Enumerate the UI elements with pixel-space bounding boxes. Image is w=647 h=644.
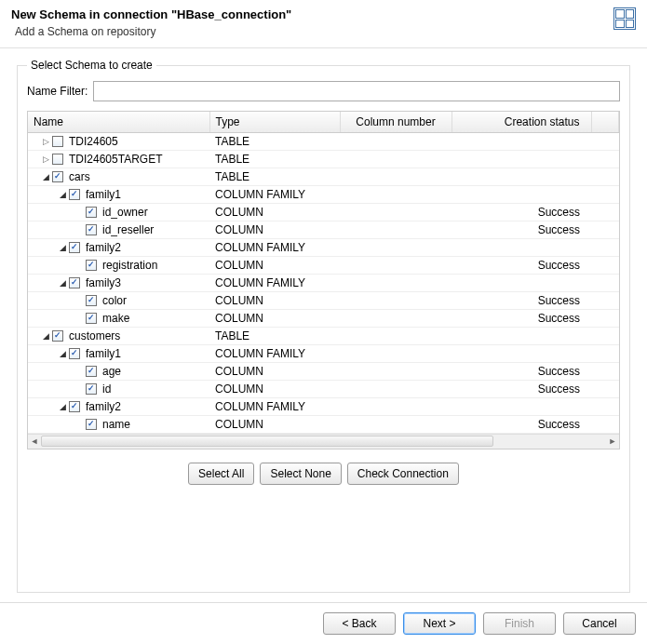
row-name: registration xyxy=(102,259,157,272)
row-name: id_owner xyxy=(102,206,148,219)
chevron-down-icon[interactable]: ◢ xyxy=(58,349,67,358)
chevron-down-icon[interactable]: ◢ xyxy=(41,172,50,181)
table-row[interactable]: ▷TDI24605TABLE xyxy=(28,132,619,150)
table-row[interactable]: id_ownerCOLUMNSuccess xyxy=(28,203,619,221)
scroll-right-icon[interactable]: ► xyxy=(606,436,619,446)
row-type: COLUMN xyxy=(209,415,340,433)
chevron-down-icon[interactable]: ◢ xyxy=(41,331,50,341)
table-row[interactable]: ◢family1COLUMN FAMILY xyxy=(28,344,619,362)
col-name[interactable]: Name xyxy=(28,112,209,132)
row-checkbox[interactable] xyxy=(69,242,80,253)
cancel-button[interactable]: Cancel xyxy=(563,612,636,635)
chevron-down-icon[interactable]: ◢ xyxy=(58,190,67,199)
table-row[interactable]: registrationCOLUMNSuccess xyxy=(28,256,619,274)
row-type: COLUMN xyxy=(209,203,340,221)
col-colnum[interactable]: Column number xyxy=(340,112,452,132)
table-row[interactable]: ◢customersTABLE xyxy=(28,327,619,344)
back-button[interactable]: < Back xyxy=(323,612,396,635)
row-status: Success xyxy=(452,291,591,309)
row-name: TDI24605TARGET xyxy=(69,153,162,166)
table-row[interactable]: idCOLUMNSuccess xyxy=(28,380,619,397)
table-row[interactable]: colorCOLUMNSuccess xyxy=(28,291,619,309)
row-type: COLUMN FAMILY xyxy=(209,344,340,362)
row-checkbox[interactable] xyxy=(86,207,97,218)
table-row[interactable]: makeCOLUMNSuccess xyxy=(28,309,619,327)
row-checkbox[interactable] xyxy=(52,330,63,342)
row-status: Success xyxy=(452,415,591,433)
check-connection-button[interactable]: Check Connection xyxy=(347,463,459,485)
header-text: New Schema in connection "HBase_connecti… xyxy=(11,7,613,38)
row-checkbox[interactable] xyxy=(86,313,97,324)
row-checkbox[interactable] xyxy=(69,277,80,288)
row-status: Success xyxy=(452,256,591,274)
page-subtitle: Add a Schema on repository xyxy=(11,25,613,38)
chevron-down-icon[interactable]: ◢ xyxy=(58,402,67,411)
row-type: COLUMN xyxy=(209,221,340,238)
action-buttons: Select All Select None Check Connection xyxy=(27,449,620,498)
col-spacer xyxy=(591,112,619,132)
row-colnum xyxy=(340,415,452,433)
row-colnum xyxy=(340,185,452,203)
row-checkbox[interactable] xyxy=(86,366,97,377)
row-checkbox[interactable] xyxy=(86,419,97,430)
select-none-button[interactable]: Select None xyxy=(260,463,341,485)
table-row[interactable]: ◢family3COLUMN FAMILY xyxy=(28,274,619,291)
horizontal-scrollbar[interactable]: ◄ ► xyxy=(28,434,619,449)
row-type: COLUMN xyxy=(209,291,340,309)
row-checkbox[interactable] xyxy=(69,401,80,412)
row-status xyxy=(452,168,591,185)
row-name: family1 xyxy=(86,347,121,360)
table-row[interactable]: ageCOLUMNSuccess xyxy=(28,362,619,380)
row-checkbox[interactable] xyxy=(86,295,97,306)
row-type: TABLE xyxy=(209,132,340,150)
row-status xyxy=(452,132,591,150)
table-row[interactable]: nameCOLUMNSuccess xyxy=(28,415,619,433)
row-checkbox[interactable] xyxy=(69,189,80,200)
row-checkbox[interactable] xyxy=(69,348,80,359)
name-filter-input[interactable] xyxy=(93,81,620,101)
row-type: COLUMN FAMILY xyxy=(209,185,340,203)
row-checkbox[interactable] xyxy=(86,260,97,271)
table-row[interactable]: ◢family2COLUMN FAMILY xyxy=(28,238,619,256)
scroll-left-icon[interactable]: ◄ xyxy=(28,436,41,446)
row-status xyxy=(452,238,591,256)
col-status[interactable]: Creation status xyxy=(452,112,591,132)
row-name: family3 xyxy=(86,276,121,289)
row-colnum xyxy=(340,256,452,274)
table-row[interactable]: ◢family1COLUMN FAMILY xyxy=(28,185,619,203)
row-checkbox[interactable] xyxy=(86,224,97,235)
row-status xyxy=(452,150,591,168)
scroll-track[interactable] xyxy=(41,435,606,448)
chevron-down-icon[interactable]: ◢ xyxy=(58,243,67,252)
row-colnum xyxy=(340,132,452,150)
row-checkbox[interactable] xyxy=(86,383,97,395)
row-type: TABLE xyxy=(209,168,340,185)
table-row[interactable]: id_resellerCOLUMNSuccess xyxy=(28,221,619,238)
chevron-right-icon[interactable]: ▷ xyxy=(41,137,50,146)
table-row[interactable]: ◢carsTABLE xyxy=(28,168,619,185)
row-status: Success xyxy=(452,309,591,327)
chevron-right-icon[interactable]: ▷ xyxy=(41,154,50,164)
next-button[interactable]: Next > xyxy=(403,612,476,635)
col-type[interactable]: Type xyxy=(209,112,340,132)
row-checkbox[interactable] xyxy=(52,136,63,147)
row-colnum xyxy=(340,397,452,415)
row-type: TABLE xyxy=(209,150,340,168)
select-all-button[interactable]: Select All xyxy=(188,463,254,485)
row-colnum xyxy=(340,274,452,291)
chevron-down-icon[interactable]: ◢ xyxy=(58,278,67,288)
row-colnum xyxy=(340,344,452,362)
row-name: family2 xyxy=(86,241,121,254)
row-name: cars xyxy=(69,170,90,183)
row-type: COLUMN xyxy=(209,362,340,380)
row-status xyxy=(452,344,591,362)
table-row[interactable]: ▷TDI24605TARGETTABLE xyxy=(28,150,619,168)
schema-table: Name Type Column number Creation status … xyxy=(27,111,620,449)
row-name: name xyxy=(102,418,130,431)
row-checkbox[interactable] xyxy=(52,154,63,165)
row-colnum xyxy=(340,291,452,309)
group-label: Select Schema to create xyxy=(27,59,156,72)
row-checkbox[interactable] xyxy=(52,171,63,182)
scroll-thumb[interactable] xyxy=(41,436,493,447)
table-row[interactable]: ◢family2COLUMN FAMILY xyxy=(28,397,619,415)
